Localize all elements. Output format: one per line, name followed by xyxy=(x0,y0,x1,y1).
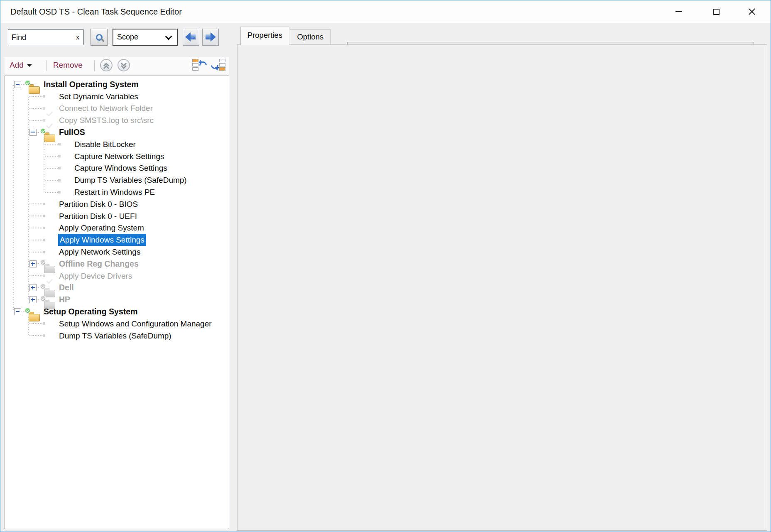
list-row xyxy=(192,59,198,62)
tree-item-step[interactable]: Set Dynamic Variables xyxy=(5,91,229,103)
tree-connector xyxy=(45,156,59,157)
tree-item-label: Copy SMSTS.log to src\src xyxy=(59,115,154,126)
tree-item-step-selected[interactable]: Apply Windows Settings xyxy=(5,234,229,246)
tree-connector xyxy=(29,323,44,324)
window-title: Default OSD TS - Clean Task Sequence Edi… xyxy=(10,0,182,23)
tree-item-step[interactable]: Apply Device Drivers xyxy=(5,270,229,282)
find-next-button[interactable] xyxy=(202,29,219,46)
chevron-down-icon xyxy=(165,33,172,40)
move-item-down-button[interactable] xyxy=(210,58,226,72)
tree-item-group[interactable]: Setup Operating System xyxy=(5,306,229,318)
caret-down-icon xyxy=(27,64,32,67)
toolbar-separator xyxy=(94,60,95,71)
tree-item-step[interactable]: Copy SMSTS.log to src\src xyxy=(5,114,229,126)
tree-connector xyxy=(29,216,44,216)
expand-expander-icon[interactable] xyxy=(29,260,37,267)
tree-connector xyxy=(29,96,44,97)
list-row xyxy=(219,59,225,62)
arrow-left-icon xyxy=(185,32,191,42)
tree-connector xyxy=(29,335,44,336)
tree-item-label: Apply Operating System xyxy=(59,222,144,233)
tab-properties[interactable]: Properties xyxy=(240,27,289,45)
tree-connector xyxy=(29,275,44,276)
clear-find-icon[interactable]: x xyxy=(76,30,79,45)
collapse-expander-icon[interactable] xyxy=(14,308,21,315)
tree-item-group[interactable]: HP xyxy=(5,294,229,306)
tree-item-label: Dump TS Variables (SafeDump) xyxy=(74,174,187,186)
tree-connector xyxy=(29,228,44,228)
arrow-right-tail xyxy=(206,34,210,39)
tree-item-label: Setup Operating System xyxy=(44,306,137,317)
arrow-right-icon xyxy=(210,32,216,42)
close-button[interactable] xyxy=(739,0,765,23)
tree-item-step[interactable]: Dump TS Variables (SafeDump) xyxy=(5,174,229,186)
tree-item-label: Partition Disk 0 - UEFI xyxy=(59,211,137,222)
tree-item-label: Setup Windows and Configuration Manager xyxy=(59,318,212,329)
tree-item-label: Offline Reg Changes xyxy=(59,258,139,270)
task-sequence-tree: Install Operating System Set Dynamic Var… xyxy=(5,76,229,529)
tree-item-label: HP xyxy=(59,294,70,305)
tree-item-step[interactable]: Capture Network Settings xyxy=(5,150,229,162)
tree-item-step[interactable]: Apply Network Settings xyxy=(5,246,229,258)
maximize-button[interactable] xyxy=(703,0,729,23)
minimize-button[interactable] xyxy=(666,0,692,23)
search-icon xyxy=(96,34,103,41)
search-button[interactable] xyxy=(91,29,108,46)
tree-item-label: Set Dynamic Variables xyxy=(59,91,138,102)
collapse-expander-icon[interactable] xyxy=(29,129,37,136)
tab-options[interactable]: Options xyxy=(290,29,331,44)
scope-dropdown-value: Scope xyxy=(117,29,138,45)
collapse-expander-icon[interactable] xyxy=(14,81,21,88)
remove-button-label: Remove xyxy=(53,61,83,70)
tree-item-label: Dump TS Variables (SafeDump) xyxy=(59,330,171,341)
tree-item-step[interactable]: Partition Disk 0 - BIOS xyxy=(5,198,229,210)
arrow-left-tail xyxy=(191,34,196,39)
tree-item-group[interactable]: FullOS xyxy=(5,126,229,138)
arrow-head xyxy=(215,67,219,71)
tree-item-group[interactable]: Install Operating System xyxy=(5,78,229,91)
remove-button[interactable]: Remove xyxy=(53,57,83,74)
expand-all-button[interactable] xyxy=(117,59,130,71)
find-input-value: Find xyxy=(12,30,26,45)
tree-item-label: Restart in Windows PE xyxy=(74,186,155,198)
tree-item-step[interactable]: Dump TS Variables (SafeDump) xyxy=(5,330,229,342)
close-icon xyxy=(748,8,756,15)
tree-connector xyxy=(45,192,59,193)
tree-item-step[interactable]: Restart in Windows PE xyxy=(5,186,229,198)
task-sequence-editor-window: Default OSD TS - Clean Task Sequence Edi… xyxy=(0,0,771,532)
toolbar-separator xyxy=(46,60,47,71)
tree-item-label: Dell xyxy=(59,282,74,293)
tree-connector xyxy=(29,252,44,253)
collapse-all-button[interactable] xyxy=(100,59,113,71)
expand-expander-icon[interactable] xyxy=(29,284,37,291)
move-item-up-button[interactable] xyxy=(191,58,207,72)
list-row xyxy=(192,67,198,71)
list-row xyxy=(219,63,225,66)
add-button-label: Add xyxy=(10,61,24,70)
tree-item-step[interactable]: Connect to Network Folder xyxy=(5,103,229,115)
tree-item-step[interactable]: Setup Windows and Configuration Manager xyxy=(5,318,229,330)
minimize-icon xyxy=(676,11,682,12)
add-button[interactable]: Add xyxy=(10,57,32,74)
tree-item-step[interactable]: Disable BitLocker xyxy=(5,138,229,150)
tree-item-step[interactable]: Apply Operating System xyxy=(5,222,229,234)
tree-toolbar: Add Remove xyxy=(5,57,229,74)
tree-item-group[interactable]: Dell xyxy=(5,282,229,294)
tree-item-label: Connect to Network Folder xyxy=(59,103,153,114)
maximize-icon xyxy=(713,9,720,15)
expand-expander-icon[interactable] xyxy=(29,296,37,303)
tree-item-step[interactable]: Capture Windows Settings xyxy=(5,162,229,174)
tree-item-label: Disable BitLocker xyxy=(74,139,136,150)
find-input[interactable]: Find x xyxy=(8,29,84,45)
tree-item-step[interactable]: Partition Disk 0 - UEFI xyxy=(5,210,229,222)
tree-connector xyxy=(45,180,59,181)
list-row xyxy=(192,63,198,66)
arrow-head xyxy=(198,60,203,63)
scope-dropdown[interactable]: Scope xyxy=(113,29,178,46)
tree-item-label: Install Operating System xyxy=(44,79,139,90)
title-bar: Default OSD TS - Clean Task Sequence Edi… xyxy=(0,0,771,23)
tree-connector xyxy=(29,203,44,204)
find-previous-button[interactable] xyxy=(183,29,199,46)
tree-connector xyxy=(29,240,44,240)
tree-item-group[interactable]: Offline Reg Changes xyxy=(5,258,229,270)
